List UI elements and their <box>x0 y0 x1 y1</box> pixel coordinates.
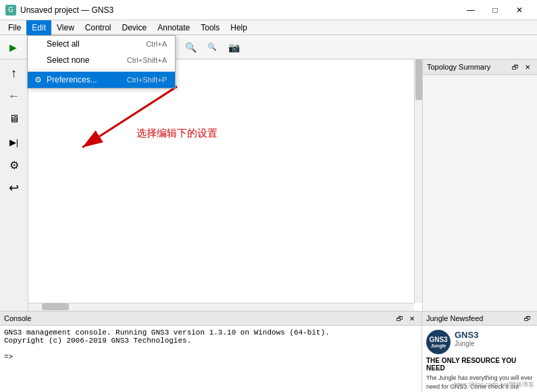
select-none-shortcut: Ctrl+Shift+A <box>127 56 167 64</box>
sidebar-btn-undo[interactable]: ↩ <box>3 177 26 199</box>
menu-select-none[interactable]: Select none Ctrl+Shift+A <box>28 52 175 68</box>
menu-tools[interactable]: Tools <box>195 20 225 35</box>
sidebar-btn-move[interactable]: ← <box>3 85 26 107</box>
tb-screenshot[interactable]: 📷 <box>224 37 244 57</box>
gns3-logo-sub: Jungle <box>429 343 447 349</box>
maximize-button[interactable]: □ <box>483 0 507 20</box>
console-line-1: GNS3 management console. Running GNS3 ve… <box>4 328 417 337</box>
topology-close-button[interactable]: ✕ <box>522 62 533 72</box>
gear-icon: ⚙ <box>33 75 43 84</box>
tb-zoom-in[interactable]: 🔍 <box>180 37 201 57</box>
menu-device[interactable]: Device <box>117 20 153 35</box>
scroll-thumb-vertical[interactable] <box>415 59 422 100</box>
select-all-left: Select all <box>47 39 80 49</box>
sidebar-btn-control[interactable]: ▶| <box>3 131 26 153</box>
gns3-brand-sub: Jungle <box>455 340 478 347</box>
annotation-arrow <box>69 80 218 168</box>
select-all-label: Select all <box>47 39 80 49</box>
canvas-scrollbar-horizontal[interactable] <box>28 303 414 311</box>
newsfeed-header: Jungle Newsfeed 🗗 <box>422 312 537 326</box>
console-line-2: Copyright (c) 2006-2019 GNS3 Technologie… <box>4 337 417 345</box>
menu-help[interactable]: Help <box>225 20 253 35</box>
console-content: GNS3 management console. Running GNS3 ve… <box>0 326 421 392</box>
bottom-area: Console 🗗 ✕ GNS3 management console. Run… <box>0 311 537 392</box>
topology-summary-title: Topology Summary <box>427 63 490 71</box>
gns3-brand-text: GNS3 Jungle <box>455 330 478 347</box>
menu-annotate[interactable]: Annotate <box>152 20 195 35</box>
menu-preferences[interactable]: ⚙ Preferences... Ctrl+Shift+P <box>28 72 175 88</box>
title-bar: G Unsaved project — GNS3 — □ ✕ <box>0 0 537 20</box>
canvas-area: 选择编辑下的设置 <box>28 59 422 311</box>
newsfeed-content: GNS3 Jungle GNS3 Jungle THE ONLY RESOURC… <box>422 326 537 392</box>
tb-play[interactable]: ▶ <box>3 37 23 57</box>
scroll-thumb-horizontal[interactable] <box>42 303 69 310</box>
app-icon: G <box>5 5 16 16</box>
select-all-shortcut: Ctrl+A <box>146 40 167 48</box>
console-prompt: => <box>4 353 417 361</box>
gns3-logo-inner: GNS3 Jungle <box>429 336 447 349</box>
gns3-logo: GNS3 Jungle <box>426 330 451 354</box>
console-controls: 🗗 ✕ <box>394 313 417 324</box>
console-header: Console 🗗 ✕ <box>0 312 421 326</box>
newsfeed-body: The Jungle has everything you will ever … <box>426 374 533 392</box>
close-button[interactable]: ✕ <box>507 0 532 20</box>
console-panel: Console 🗗 ✕ GNS3 management console. Run… <box>0 312 422 392</box>
menu-control[interactable]: Control <box>80 20 117 35</box>
select-none-left: Select none <box>47 55 89 65</box>
minimize-button[interactable]: — <box>459 0 483 20</box>
newsfeed-panel: Jungle Newsfeed 🗗 GNS3 Jungle GNS3 Jungl… <box>422 312 537 392</box>
preferences-shortcut: Ctrl+Shift+P <box>127 76 167 84</box>
console-close-button[interactable]: ✕ <box>407 313 417 324</box>
newsfeed-title: Jungle Newsfeed <box>426 314 483 322</box>
gns3-brand-name: GNS3 <box>455 330 478 340</box>
newsfeed-headline: THE ONLY RESOURCE YOU NEED <box>426 357 533 372</box>
preferences-left: ⚙ Preferences... <box>33 75 97 84</box>
select-none-label: Select none <box>47 55 89 65</box>
menu-file[interactable]: File <box>3 20 26 35</box>
sidebar-btn-device[interactable]: 🖥 <box>3 108 26 130</box>
title-bar-left: G Unsaved project — GNS3 <box>5 5 113 16</box>
menu-view[interactable]: View <box>51 20 80 35</box>
tb-zoom-out[interactable]: 🔍 <box>202 37 222 57</box>
menu-edit[interactable]: Edit <box>26 20 51 35</box>
sidebar-btn-settings[interactable]: ⚙ <box>3 154 26 176</box>
annotation-text: 选择编辑下的设置 <box>136 127 218 140</box>
menu-bar: File Edit View Control Device Annotate T… <box>0 20 537 35</box>
topology-summary-panel: Topology Summary 🗗 ✕ <box>422 59 537 311</box>
left-sidebar: ↑ ← 🖥 ▶| ⚙ ↩ <box>0 59 28 311</box>
menu-select-all[interactable]: Select all Ctrl+A <box>28 36 175 52</box>
title-bar-controls: — □ ✕ <box>459 0 532 20</box>
console-title: Console <box>4 314 31 322</box>
main-area: ↑ ← 🖥 ▶| ⚙ ↩ 选择编辑下的设置 Topology Sum <box>0 59 537 311</box>
console-line-3 <box>4 345 417 353</box>
window-title: Unsaved project — GNS3 <box>20 5 113 15</box>
preferences-label: Preferences... <box>47 75 97 84</box>
topology-panel-controls: 🗗 ✕ <box>510 62 533 72</box>
edit-dropdown: Select all Ctrl+A Select none Ctrl+Shift… <box>27 35 176 89</box>
gns3-logo-area: GNS3 Jungle GNS3 Jungle <box>426 330 533 354</box>
menu-separator <box>28 70 175 70</box>
canvas-scrollbar-vertical[interactable] <box>414 59 422 303</box>
topology-summary-header: Topology Summary 🗗 ✕ <box>423 59 537 75</box>
topology-float-button[interactable]: 🗗 <box>510 62 521 72</box>
newsfeed-float-button[interactable]: 🗗 <box>522 313 533 324</box>
gns3-logo-text: GNS3 <box>429 336 447 343</box>
console-float-button[interactable]: 🗗 <box>394 313 405 324</box>
sidebar-btn-select[interactable]: ↑ <box>3 62 26 84</box>
